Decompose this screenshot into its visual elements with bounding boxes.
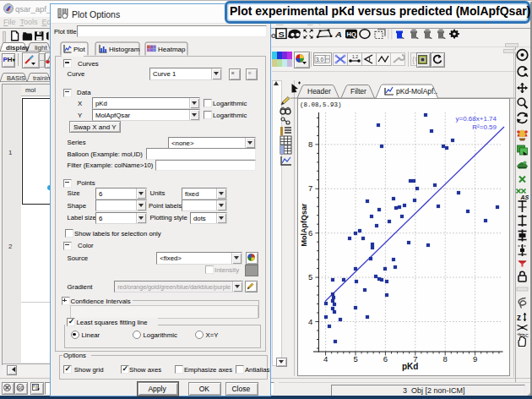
svg-text:pKd-MolApf..: pKd-MolApf.. — [396, 87, 437, 96]
svg-text:1,2: 1,2 — [352, 54, 358, 59]
svg-text:8: 8 — [443, 354, 448, 363]
svg-text:7: 7 — [308, 183, 312, 193]
svg-text:4: 4 — [323, 354, 328, 363]
svg-text:MolApfQsar: MolApfQsar — [300, 203, 308, 247]
svg-text:S: S — [279, 30, 285, 38]
svg-text:9: 9 — [473, 354, 477, 363]
svg-text:3.0: 3.0 — [316, 57, 323, 63]
svg-text:8: 8 — [308, 139, 312, 149]
svg-text:y=0.68x+1.74: y=0.68x+1.74 — [456, 115, 497, 123]
svg-text:6: 6 — [383, 354, 388, 363]
svg-text:A: A — [334, 30, 342, 38]
svg-text:z: z — [517, 313, 521, 322]
svg-text:HQ: HQ — [347, 31, 357, 38]
svg-text:AS: AS — [520, 194, 529, 200]
svg-text:6: 6 — [308, 228, 312, 238]
svg-text:GO: GO — [18, 386, 24, 391]
svg-text:pKd: pKd — [402, 362, 418, 371]
svg-text:5: 5 — [353, 354, 357, 363]
svg-text:Header: Header — [307, 87, 331, 96]
svg-text:5: 5 — [308, 272, 312, 281]
svg-text:4: 4 — [308, 317, 312, 326]
svg-text:R²=0.59: R²=0.59 — [472, 123, 497, 131]
svg-text:Filter: Filter — [350, 87, 366, 96]
svg-text:(8.08,5.93): (8.08,5.93) — [300, 101, 342, 108]
